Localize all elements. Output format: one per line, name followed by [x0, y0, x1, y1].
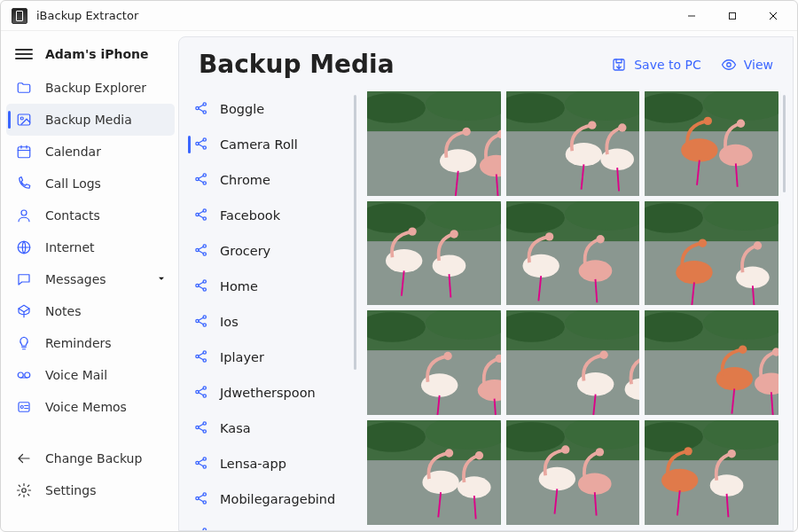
sidebar-item-internet[interactable]: Internet [6, 231, 175, 263]
album-label: Iplayer [220, 350, 264, 364]
photo-thumbnail[interactable] [645, 201, 778, 306]
svg-point-63 [443, 352, 451, 360]
photo-thumbnail[interactable] [645, 91, 778, 196]
sidebar-item-label: Contacts [45, 208, 168, 223]
share-icon [193, 100, 211, 118]
svg-point-9 [462, 128, 470, 136]
device-row: Adam's iPhone [6, 40, 175, 70]
share-icon [193, 242, 211, 260]
view-button[interactable]: View [721, 57, 773, 73]
album-item[interactable]: Facebook [188, 198, 356, 233]
album-label: Facebook [220, 208, 280, 223]
main-body: BoggleCamera RollChromeFacebookGroceryHo… [179, 84, 793, 530]
photo-thumbnail[interactable] [367, 201, 501, 306]
album-item[interactable]: Mobilegaragebind [188, 481, 356, 517]
sidebar-item-change-backup[interactable]: Change Backup [6, 442, 175, 474]
sidebar-item-backup-explorer[interactable]: Backup Explorer [6, 72, 175, 104]
save-to-pc-button[interactable]: Save to PC [611, 57, 701, 73]
view-label: View [744, 58, 773, 72]
sidebar-item-call-logs[interactable]: Call Logs [6, 168, 175, 200]
globe-icon [15, 239, 33, 256]
sidebar-item-voice-mail[interactable]: Voice Mail [6, 359, 175, 391]
svg-rect-34 [367, 241, 501, 305]
sidebar-item-contacts[interactable]: Contacts [6, 200, 175, 231]
svg-point-47 [596, 235, 604, 243]
photo-grid-pane [362, 91, 787, 530]
main-actions: Save to PC View [611, 57, 773, 73]
app-title: iBackup Extractor [36, 9, 138, 22]
photo-grid [367, 91, 778, 525]
bulb-icon [15, 334, 33, 352]
svg-point-18 [588, 121, 596, 129]
sidebar-item-reminders[interactable]: Reminders [6, 327, 175, 359]
sidebar-item-label: Call Logs [45, 176, 168, 191]
sidebar-item-backup-media[interactable]: Backup Media [6, 104, 175, 136]
album-list-pane: BoggleCamera RollChromeFacebookGroceryHo… [188, 91, 356, 530]
sidebar-item-calendar[interactable]: Calendar [6, 136, 175, 168]
album-label: Mobilegaragebind [220, 492, 335, 506]
photo-thumbnail[interactable] [645, 310, 778, 415]
share-icon [193, 490, 211, 508]
sidebar-item-messages[interactable]: Messages [6, 263, 175, 295]
svg-point-99 [561, 445, 569, 453]
phone-icon [15, 175, 33, 192]
album-item[interactable]: Iplayer [188, 340, 356, 375]
svg-point-72 [599, 351, 607, 359]
sidebar-item-label: Voice Memos [45, 400, 168, 414]
share-icon [193, 278, 211, 295]
grid-scrollbar[interactable] [783, 95, 786, 192]
album-label: Chrome [220, 173, 270, 187]
page-title: Backup Media [199, 50, 395, 79]
svg-rect-106 [645, 460, 778, 525]
save-to-pc-label: Save to PC [634, 58, 701, 72]
sidebar: Adam's iPhone Backup ExplorerBackup Medi… [1, 31, 178, 531]
svg-point-27 [704, 117, 712, 125]
photo-thumbnail[interactable] [367, 91, 501, 196]
album-item[interactable]: Jdwetherspoon [188, 375, 356, 411]
sidebar-item-label: Voice Mail [45, 368, 168, 382]
sidebar-item-notes[interactable]: Notes [6, 295, 175, 327]
minimize-button[interactable] [671, 1, 712, 31]
sidebar-item-settings[interactable]: Settings [6, 474, 175, 506]
main-panel: Backup Media Save to PC View BoggleCamer… [178, 36, 794, 531]
photo-thumbnail[interactable] [367, 310, 501, 415]
maximize-button[interactable] [712, 1, 753, 31]
body: Adam's iPhone Backup ExplorerBackup Medi… [1, 31, 797, 531]
share-icon [193, 455, 211, 473]
photo-thumbnail[interactable] [367, 420, 501, 525]
photo-thumbnail[interactable] [506, 420, 640, 525]
share-icon [193, 348, 211, 366]
album-item[interactable]: Chrome [188, 162, 356, 198]
share-icon [193, 171, 211, 189]
album-scrollbar[interactable] [354, 95, 356, 370]
sidebar-item-label: Settings [45, 483, 168, 497]
sidebar-item-voice-memos[interactable]: Voice Memos [6, 391, 175, 423]
svg-rect-0 [730, 12, 736, 19]
svg-point-29 [737, 119, 745, 127]
album-label: Jdwetherspoon [220, 386, 316, 400]
photo-thumbnail[interactable] [506, 201, 640, 306]
device-name: Adam's iPhone [45, 47, 149, 61]
share-icon [193, 136, 211, 153]
album-item[interactable]: Kasa [188, 411, 356, 446]
photo-thumbnail[interactable] [645, 420, 778, 525]
svg-point-108 [685, 447, 692, 455]
album-item[interactable]: Camera Roll [188, 127, 356, 162]
svg-point-110 [728, 450, 736, 458]
share-icon [193, 419, 211, 437]
share-icon [193, 207, 211, 224]
photo-thumbnail[interactable] [506, 310, 640, 415]
album-item[interactable]: Boggle [188, 91, 356, 127]
album-item[interactable]: Lensa-app [188, 446, 356, 481]
svg-point-92 [475, 451, 483, 459]
hamburger-icon[interactable] [15, 49, 33, 59]
album-label: Home [220, 279, 258, 293]
photo-icon [15, 111, 33, 129]
album-item[interactable]: Grocery [188, 233, 356, 269]
close-button[interactable] [753, 1, 794, 31]
album-item[interactable]: Home [188, 269, 356, 304]
sidebar-item-label: Calendar [45, 145, 168, 159]
album-item[interactable]: Ios [188, 304, 356, 340]
album-item[interactable]: Moments [188, 517, 356, 530]
photo-thumbnail[interactable] [506, 91, 640, 196]
